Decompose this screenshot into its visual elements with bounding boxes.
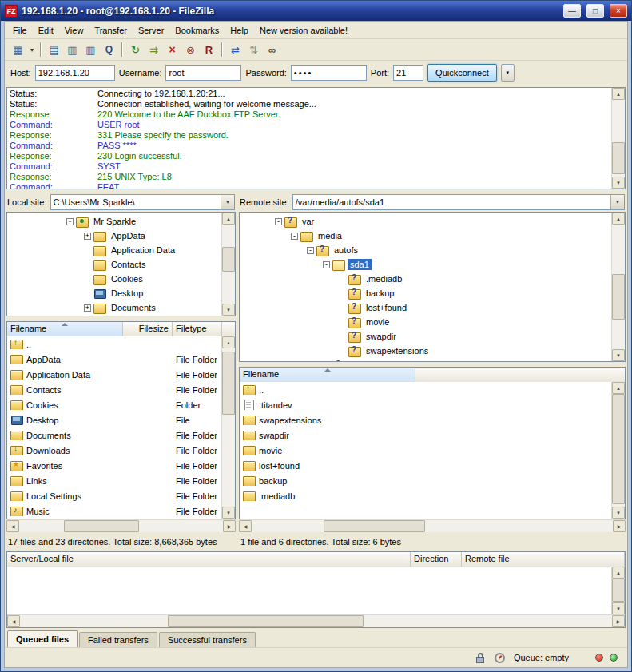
file-row[interactable]: movie (240, 443, 625, 458)
tree-item[interactable]: dvd (240, 358, 625, 362)
queue-hscrollbar[interactable]: ◀ ▶ (7, 614, 625, 627)
quickconnect-dropdown-icon[interactable]: ▾ (501, 64, 515, 82)
local-list-hscrollbar[interactable]: ◀ ▶ (6, 519, 236, 532)
tree-item[interactable]: -media (240, 229, 625, 243)
scroll-track[interactable] (222, 225, 235, 304)
synchronized-browsing-icon[interactable]: ⇅ (244, 41, 263, 58)
file-row[interactable]: DownloadsFile Folder (7, 443, 235, 458)
tree-item[interactable]: -autofs (240, 243, 625, 257)
scroll-track[interactable] (612, 394, 625, 507)
refresh-icon[interactable]: ↻ (126, 41, 145, 58)
minimize-button[interactable]: — (563, 4, 581, 18)
file-row[interactable]: .. (7, 336, 235, 352)
scroll-up-icon[interactable]: ▲ (612, 382, 625, 394)
scroll-thumb[interactable] (324, 520, 425, 532)
column-header-filename[interactable]: Filename (240, 368, 415, 382)
menu-server[interactable]: Server (133, 23, 169, 38)
tree-item[interactable]: Downloads (7, 315, 235, 316)
file-row[interactable]: .. (240, 382, 625, 397)
tree-item[interactable]: .mediadb (240, 272, 625, 286)
tab-successful-transfers[interactable]: Successful transfers (159, 632, 256, 647)
tree-item[interactable]: Application Data (7, 243, 235, 257)
file-row[interactable]: lost+found (240, 458, 625, 473)
site-manager-dropdown-icon[interactable]: ▾ (27, 41, 37, 58)
file-row[interactable]: .titandev (240, 397, 625, 412)
tree-item[interactable]: -sda1 (240, 257, 625, 272)
local-tree-toggle-icon[interactable]: ▥ (63, 41, 81, 58)
column-header-server-local-file[interactable]: Server/Local file (7, 552, 411, 567)
combo-arrow-icon[interactable]: ▼ (221, 195, 234, 209)
column-header-direction[interactable]: Direction (411, 552, 462, 567)
host-input[interactable] (35, 65, 115, 81)
scroll-thumb[interactable] (222, 352, 235, 415)
scroll-right-icon[interactable]: ▶ (613, 520, 626, 532)
scroll-thumb[interactable] (612, 579, 625, 602)
directory-comparison-icon[interactable]: ⇄ (226, 41, 244, 58)
tree-item[interactable]: Desktop (7, 286, 235, 300)
speed-limits-icon[interactable] (494, 652, 507, 664)
process-queue-icon[interactable]: ⇉ (145, 41, 163, 58)
remote-list-hscrollbar[interactable]: ◀ ▶ (239, 519, 626, 532)
file-row[interactable]: FavoritesFile Folder (7, 458, 235, 473)
tree-item[interactable]: -var (240, 214, 625, 229)
tree-item[interactable]: -Mr Sparkle (7, 214, 235, 229)
menu-new-version[interactable]: New version available! (254, 23, 353, 38)
column-header-filesize[interactable]: Filesize (123, 322, 173, 336)
tree-item[interactable]: Contacts (7, 257, 235, 272)
scroll-track[interactable] (20, 615, 612, 627)
remote-site-combo[interactable]: /var/media/autofs/sda1 ▼ (292, 194, 625, 210)
quickconnect-button[interactable]: Quickconnect (427, 64, 497, 82)
column-header-remote-file[interactable]: Remote file (462, 552, 625, 567)
cancel-icon[interactable]: × (163, 41, 181, 58)
menu-view[interactable]: View (59, 23, 89, 38)
local-list-scrollbar[interactable]: ▲ ▼ (221, 336, 235, 519)
disconnect-icon[interactable]: ⊗ (181, 41, 200, 58)
scroll-up-icon[interactable]: ▲ (612, 213, 625, 225)
combo-arrow-icon[interactable]: ▼ (610, 195, 624, 209)
file-row[interactable]: swapextensions (240, 412, 625, 427)
scroll-up-icon[interactable]: ▲ (222, 336, 235, 348)
tree-item[interactable]: movie (240, 315, 625, 329)
column-header-filename[interactable]: Filename (7, 322, 123, 336)
expander-icon[interactable]: + (84, 233, 91, 240)
message-log-toggle-icon[interactable]: ▤ (45, 41, 63, 58)
scroll-thumb[interactable] (222, 247, 235, 272)
scroll-left-icon[interactable]: ◀ (6, 520, 19, 532)
site-manager-icon[interactable]: ▦ (9, 41, 27, 58)
scroll-down-icon[interactable]: ▼ (612, 602, 625, 614)
local-site-combo[interactable]: C:\Users\Mr Sparkle\ ▼ (50, 194, 235, 210)
tree-item[interactable]: +AppData (7, 229, 235, 243)
expander-icon[interactable]: - (291, 233, 298, 240)
scroll-thumb[interactable] (612, 274, 625, 319)
expander-icon[interactable]: - (66, 218, 74, 225)
menu-bookmarks[interactable]: Bookmarks (169, 23, 225, 38)
scroll-track[interactable] (612, 579, 625, 602)
username-input[interactable] (165, 65, 241, 81)
tree-item[interactable]: lost+found (240, 300, 625, 315)
column-header-filetype[interactable]: Filetype (173, 322, 222, 336)
port-input[interactable] (393, 65, 423, 81)
reconnect-icon[interactable]: R (200, 41, 218, 58)
scroll-up-icon[interactable]: ▲ (612, 567, 625, 579)
menu-transfer[interactable]: Transfer (89, 23, 133, 38)
scroll-track[interactable] (252, 520, 613, 532)
expander-icon[interactable]: - (275, 218, 282, 225)
file-row[interactable]: backup (240, 473, 625, 488)
scroll-thumb[interactable] (64, 520, 139, 532)
scroll-down-icon[interactable]: ▼ (612, 177, 625, 189)
tree-item[interactable]: Cookies (7, 272, 235, 286)
menu-file[interactable]: File (7, 23, 33, 38)
scroll-up-icon[interactable]: ▲ (222, 213, 235, 225)
file-row[interactable]: AppDataFile Folder (7, 352, 235, 367)
tree-item[interactable]: backup (240, 286, 625, 300)
scroll-left-icon[interactable]: ◀ (7, 615, 20, 627)
file-row[interactable]: CookiesFolder (7, 397, 235, 412)
expander-icon[interactable]: - (307, 247, 314, 254)
scroll-down-icon[interactable]: ▼ (222, 304, 235, 316)
find-files-icon[interactable]: ∞ (263, 41, 281, 58)
file-row[interactable]: Local SettingsFile Folder (7, 488, 235, 503)
expander-icon[interactable]: - (323, 261, 330, 268)
file-row[interactable]: .mediadb (240, 488, 625, 503)
remote-list-scrollbar[interactable]: ▲ ▼ (611, 382, 625, 519)
close-button[interactable]: × (610, 4, 627, 18)
